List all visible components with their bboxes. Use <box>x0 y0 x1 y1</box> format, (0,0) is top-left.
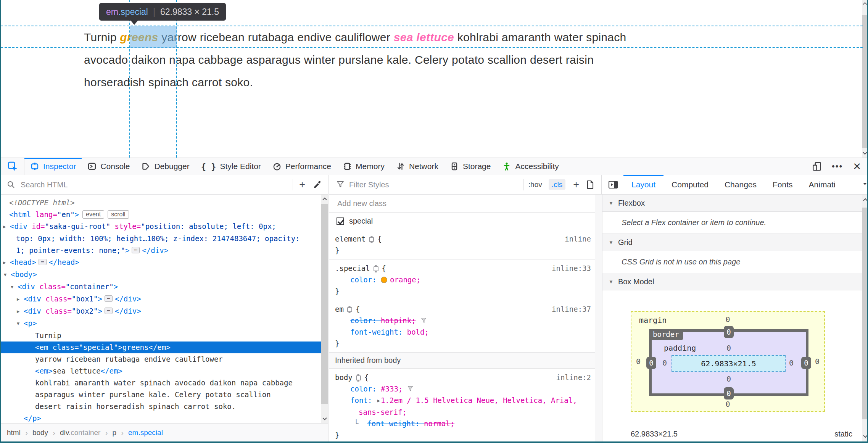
markup-text-node[interactable]: kohlrabi amaranth water spinach avocado … <box>1 377 328 389</box>
all-tabs-menu-button[interactable] <box>862 182 868 186</box>
scrollbar-thumb[interactable] <box>321 204 328 404</box>
tab-layout[interactable]: Layout <box>623 175 663 195</box>
layout-scrollbar[interactable] <box>862 195 868 441</box>
rule-source-link[interactable]: inline <box>565 233 591 245</box>
expand-twisty-icon[interactable]: ▶ <box>3 221 10 233</box>
box-model-margin-box[interactable]: margin 0 0 0 0 border 0 0 0 0 padding 0 … <box>631 311 825 412</box>
tab-computed[interactable]: Computed <box>663 175 717 195</box>
class-panel-button[interactable]: .cls <box>546 180 569 189</box>
color-swatch[interactable] <box>381 277 387 283</box>
tab-animations[interactable]: Animati <box>801 175 837 195</box>
add-new-class-input[interactable]: Add new class <box>329 195 602 213</box>
markup-node-box2[interactable]: ▶<div class="box2">⋯</div> <box>1 305 328 317</box>
rule-source-link[interactable]: inline:33 <box>552 263 591 274</box>
margin-top-value[interactable]: 0 <box>725 315 730 324</box>
search-input[interactable]: Search HTML <box>1 180 293 189</box>
collapse-twisty-icon[interactable]: ▼ <box>11 281 18 293</box>
collapse-twisty-icon[interactable]: ▼ <box>17 318 24 330</box>
pseudo-class-button[interactable]: :hov <box>524 180 546 189</box>
ellipsis-badge[interactable]: ⋯ <box>105 308 113 314</box>
selector-highlighter-icon[interactable] <box>374 266 378 271</box>
scroll-down-arrow[interactable] <box>321 416 328 422</box>
tab-inspector[interactable]: Inspector <box>24 158 82 175</box>
breadcrumb-item-html[interactable]: html <box>7 429 21 437</box>
declaration-color-333-overridden[interactable]: color: #333; <box>329 383 602 395</box>
rule-source-link[interactable]: inline:2 <box>556 372 591 383</box>
markup-text-node[interactable]: desert raisin horseradish spinach carrot… <box>1 401 328 412</box>
scrollbar-thumb[interactable] <box>862 15 868 148</box>
markup-node-box1[interactable]: ▶<div class="box1">⋯</div> <box>1 293 328 305</box>
scroll-badge[interactable]: scroll <box>108 210 129 219</box>
tab-storage[interactable]: Storage <box>444 158 497 175</box>
padding-bottom-value[interactable]: 0 <box>726 374 731 383</box>
margin-right-value[interactable]: 0 <box>815 357 820 366</box>
markup-node-html[interactable]: <html lang="en">eventscroll <box>1 209 328 221</box>
box-model-content-box[interactable]: 62.9833×21.5 <box>672 355 786 372</box>
ellipsis-badge[interactable]: ⋯ <box>132 247 140 253</box>
page-scrollbar[interactable] <box>862 0 868 158</box>
markup-node-head[interactable]: ▶<head>⋯</head> <box>1 256 328 269</box>
add-node-button[interactable]: + <box>293 179 311 191</box>
border-left-value[interactable]: 0 <box>646 357 656 369</box>
pane-toggle-button[interactable] <box>602 180 623 189</box>
expand-twisty-icon[interactable]: ▶ <box>17 306 24 317</box>
eyedropper-button[interactable] <box>311 180 328 189</box>
expand-twisty-icon[interactable]: ▶ <box>17 293 24 305</box>
declaration-font[interactable]: font: ▶1.2em / 1.5 Helvetica Neue, Helve… <box>329 395 602 406</box>
scrollbar-thumb[interactable] <box>862 208 868 419</box>
border-top-value[interactable]: 0 <box>724 326 734 338</box>
close-devtools-icon[interactable]: ✕ <box>853 161 861 172</box>
tab-network[interactable]: Network <box>390 158 444 175</box>
declaration-color-hotpink-overridden[interactable]: color: hotpink; <box>329 315 602 326</box>
tab-debugger[interactable]: Debugger <box>135 158 195 175</box>
rule-selector-line[interactable]: em{inline:37 <box>329 303 602 315</box>
breadcrumb-item-p[interactable]: p <box>112 429 116 437</box>
class-checkbox[interactable] <box>337 217 344 225</box>
markup-node-em[interactable]: <em>sea lettuce</em> <box>1 365 328 377</box>
node-picker-button[interactable] <box>1 158 24 175</box>
rule-selector-line[interactable]: element{inline <box>329 233 602 245</box>
tab-style-editor[interactable]: { } Style Editor <box>195 158 267 175</box>
scroll-down-arrow[interactable] <box>862 150 868 157</box>
selector-highlighter-icon[interactable] <box>347 307 352 312</box>
flexbox-accordion-header[interactable]: ▼ Flexbox <box>602 195 868 212</box>
padding-right-value[interactable]: 0 <box>789 358 794 367</box>
ellipsis-badge[interactable]: ⋯ <box>105 295 113 302</box>
declaration-font-weight-sub-overridden[interactable]: └ font-weight: normal; <box>329 418 602 429</box>
markup-node-container[interactable]: ▼<div class="container"> <box>1 281 328 293</box>
rules-scrollbar[interactable] <box>595 195 602 441</box>
tab-memory[interactable]: Memory <box>337 158 390 175</box>
border-bottom-value[interactable]: 0 <box>724 387 734 400</box>
responsive-design-mode-icon[interactable] <box>812 161 822 171</box>
overridden-filter-icon[interactable] <box>420 317 427 324</box>
markup-node-doctype[interactable]: <!DOCTYPE html> <box>1 197 328 209</box>
markup-scrollbar[interactable] <box>321 195 328 423</box>
rule-selector-line[interactable]: .special{inline:33 <box>329 263 602 274</box>
collapse-twisty-icon[interactable]: ▼ <box>4 269 11 281</box>
rule-source-link[interactable]: inline:37 <box>552 303 591 315</box>
markup-node-em-special-selected[interactable]: <em class="special">greens</em> <box>1 342 321 353</box>
margin-bottom-value[interactable]: 0 <box>725 400 730 409</box>
selector-highlighter-icon[interactable] <box>356 375 361 380</box>
padding-top-value[interactable]: 0 <box>726 343 731 353</box>
markup-node-body[interactable]: ▼<body> <box>1 269 328 281</box>
padding-left-value[interactable]: 0 <box>662 358 667 367</box>
markup-node-saka-div-wrap2[interactable]: 1; pointer-events: none;">⋯</div> <box>1 245 328 256</box>
selector-highlighter-icon[interactable] <box>369 237 374 242</box>
tab-changes[interactable]: Changes <box>717 175 765 195</box>
filter-styles-input[interactable]: Filter Styles <box>329 180 523 189</box>
markup-node-p[interactable]: ▼<p> <box>1 317 328 330</box>
tab-performance[interactable]: Performance <box>267 158 337 175</box>
markup-node-saka-div-wrap[interactable]: top: 0px; width: 100%; height…100%; z-in… <box>1 233 328 245</box>
box-model-border-box[interactable]: border 0 0 0 0 padding 0 0 0 0 62.9833×2… <box>649 329 808 396</box>
boxmodel-accordion-header[interactable]: ▼ Box Model <box>602 273 868 290</box>
markup-node-saka-div[interactable]: ▶<div id="saka-gui-root" style="position… <box>1 221 328 233</box>
markup-node-p-close[interactable]: </p> <box>1 412 328 423</box>
margin-left-value[interactable]: 0 <box>636 357 641 366</box>
declaration-font-weight-bold[interactable]: font-weight: bold; <box>329 326 602 338</box>
event-badge[interactable]: event <box>82 210 104 219</box>
tab-fonts[interactable]: Fonts <box>765 175 801 195</box>
scroll-up-arrow[interactable] <box>862 0 868 7</box>
breadcrumb-item-div-container[interactable]: div.container <box>60 429 100 437</box>
declaration-color-orange[interactable]: color: orange; <box>329 274 602 285</box>
